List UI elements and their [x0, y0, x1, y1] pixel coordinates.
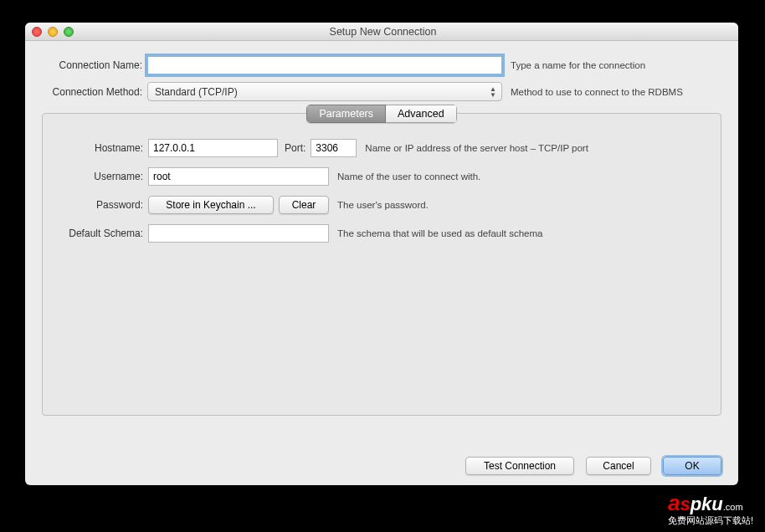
dialog-footer: Test Connection Cancel OK [465, 457, 721, 475]
connection-name-label: Connection Name: [42, 59, 147, 71]
connection-method-select[interactable]: Standard (TCP/IP) ▲▼ [147, 82, 502, 101]
parameters-panel: Parameters Advanced Hostname: Port: Name… [42, 113, 721, 416]
ok-button[interactable]: OK [663, 457, 721, 475]
username-help: Name of the user to connect with. [329, 171, 480, 182]
port-input[interactable] [311, 139, 357, 157]
hostname-input[interactable] [148, 139, 278, 157]
window-controls [25, 27, 74, 37]
connection-method-value: Standard (TCP/IP) [155, 86, 238, 98]
titlebar: Setup New Connection [25, 23, 738, 41]
hostname-help: Name or IP address of the server host – … [357, 143, 588, 153]
port-label: Port: [278, 142, 311, 154]
content-area: Connection Name: Type a name for the con… [25, 41, 738, 426]
watermark-domain: .com [723, 502, 743, 512]
close-icon[interactable] [32, 27, 42, 37]
watermark: aspku.com 免费网站源码下载站! [668, 490, 753, 527]
clear-password-button[interactable]: Clear [279, 196, 329, 214]
minimize-icon[interactable] [48, 27, 58, 37]
default-schema-label: Default Schema: [56, 228, 148, 239]
password-label: Password: [56, 199, 148, 211]
connection-name-input[interactable] [147, 56, 502, 74]
select-arrows-icon: ▲▼ [490, 86, 496, 98]
default-schema-input[interactable] [148, 224, 329, 243]
zoom-icon[interactable] [64, 27, 74, 37]
connection-name-help: Type a name for the connection [502, 60, 645, 70]
tab-segment: Parameters Advanced [306, 105, 456, 123]
watermark-sub: 免费网站源码下载站! [668, 514, 753, 527]
dialog-window: Setup New Connection Connection Name: Ty… [25, 23, 738, 485]
connection-method-help: Method to use to connect to the RDBMS [502, 87, 683, 97]
username-label: Username: [56, 171, 148, 182]
cancel-button[interactable]: Cancel [586, 457, 651, 475]
hostname-label: Hostname: [56, 142, 148, 154]
default-schema-help: The schema that will be used as default … [329, 228, 542, 238]
store-keychain-button[interactable]: Store in Keychain ... [148, 196, 274, 214]
tab-parameters[interactable]: Parameters [306, 105, 386, 123]
tab-advanced[interactable]: Advanced [386, 105, 457, 123]
password-help: The user's password. [329, 200, 429, 210]
window-title: Setup New Connection [74, 26, 692, 38]
test-connection-button[interactable]: Test Connection [465, 457, 574, 475]
username-input[interactable] [148, 167, 329, 186]
connection-method-label: Connection Method: [42, 86, 147, 98]
